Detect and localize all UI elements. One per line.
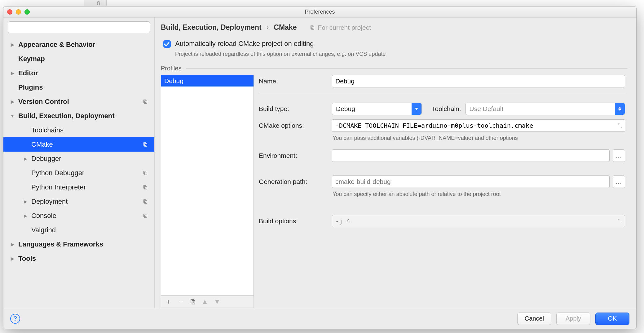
profile-list[interactable]: Debug [161,75,254,295]
project-scope-icon [310,25,315,30]
generation-path-label: Generation path: [259,178,330,185]
svg-rect-17 [192,300,195,304]
chevron-down-icon [412,103,421,115]
cmake-options-hint: You can pass additional variables (-DVAR… [333,135,625,141]
sidebar-item-label: Languages & Frameworks [18,240,103,248]
environment-browse-button[interactable]: ... [613,149,625,162]
crumb-separator-icon: › [267,23,269,32]
build-options-label: Build options: [259,217,330,225]
build-type-select[interactable]: Debug [332,103,422,115]
search-input[interactable] [8,21,150,33]
sidebar-item-label: Console [31,212,56,220]
crumb-leaf: CMake [274,23,297,32]
name-label: Name: [259,78,330,85]
project-scope-icon [143,99,148,104]
generation-path-browse-button[interactable]: ... [613,175,625,188]
expand-icon[interactable] [618,123,623,128]
profile-item[interactable]: Debug [161,75,254,87]
sidebar-item-label: Python Interpreter [31,183,86,191]
project-scope-icon [143,199,148,204]
name-input[interactable] [332,75,625,87]
expand-arrow-icon: ▶ [10,242,15,247]
project-scope-icon [143,170,148,176]
copy-profile-button[interactable] [190,299,196,305]
sidebar-item-valgrind[interactable]: Valgrind [3,223,154,237]
chevron-updown-icon [615,103,625,115]
crumb-root: Build, Execution, Deployment [161,23,262,32]
cmake-options-label: CMake options: [259,122,330,129]
sidebar-item-label: Tools [18,255,36,263]
expand-arrow-icon: ▼ [10,113,15,118]
sidebar-item-label: Python Debugger [31,169,84,177]
sidebar-item-editor[interactable]: ▶Editor [3,66,154,80]
main-panel: Build, Execution, Deployment › CMake For… [155,18,636,308]
expand-icon[interactable] [618,219,623,224]
sidebar-item-label: Valgrind [31,226,56,234]
auto-reload-label: Automatically reload CMake project on ed… [175,40,314,48]
generation-path-input[interactable] [332,175,610,188]
expand-arrow-icon: ▶ [10,256,15,261]
sidebar-item-build-execution-deployment[interactable]: ▼Build, Execution, Deployment [3,109,154,123]
cmake-options-input[interactable] [332,119,625,132]
sidebar-item-label: Appearance & Behavior [18,41,95,49]
toolchain-label: Toolchain: [432,105,461,113]
sidebar-item-label: CMake [31,140,53,149]
settings-tree: ▶Appearance & BehaviorKeymap▶EditorPlugi… [3,36,154,308]
auto-reload-checkbox[interactable] [163,40,171,48]
environment-input[interactable] [332,149,610,162]
expand-arrow-icon: ▶ [10,99,15,104]
sidebar-item-label: Version Control [18,98,69,106]
profiles-header: Profiles [161,65,628,72]
add-profile-button[interactable]: ＋ [165,297,172,306]
preferences-dialog: Preferences ▶Appearance & BehaviorKeymap… [3,6,637,329]
sidebar-item-label: Plugins [18,83,43,91]
sidebar-item-debugger[interactable]: ▶Debugger [3,152,154,166]
sidebar-item-label: Editor [18,69,38,77]
profile-form: Name: Build type: Debug Toolchain: [259,75,628,308]
sidebar-item-label: Deployment [31,198,68,206]
environment-label: Environment: [259,152,330,159]
dialog-footer: ? Cancel Apply OK [3,308,636,329]
scope-label: For current project [310,24,371,31]
apply-button[interactable]: Apply [556,313,590,325]
sidebar-item-label: Keymap [18,55,45,63]
sidebar-item-cmake[interactable]: CMake [3,137,154,152]
titlebar: Preferences [3,7,636,18]
sidebar-item-tools[interactable]: ▶Tools [3,251,154,266]
profile-list-panel: Debug ＋ － ▲ ▼ [161,75,254,308]
sidebar: ▶Appearance & BehaviorKeymap▶EditorPlugi… [3,18,155,308]
build-options-input[interactable] [332,215,625,227]
expand-arrow-icon: ▶ [23,199,28,204]
project-scope-icon [143,142,148,147]
expand-arrow-icon: ▶ [23,156,28,161]
move-up-button[interactable]: ▲ [201,298,208,306]
move-down-button[interactable]: ▼ [214,298,221,306]
project-scope-icon [143,213,148,219]
toolchain-select[interactable]: Use Default [465,103,625,115]
sidebar-item-deployment[interactable]: ▶Deployment [3,194,154,209]
sidebar-item-python-interpreter[interactable]: Python Interpreter [3,180,154,194]
sidebar-item-plugins[interactable]: Plugins [3,80,154,95]
help-button[interactable]: ? [10,314,20,324]
svg-rect-16 [191,299,194,303]
sidebar-item-keymap[interactable]: Keymap [3,52,154,66]
sidebar-item-console[interactable]: ▶Console [3,209,154,223]
build-type-label: Build type: [259,105,330,113]
remove-profile-button[interactable]: － [177,297,184,306]
sidebar-item-label: Toolchains [31,126,64,134]
expand-arrow-icon: ▶ [23,213,28,218]
sidebar-item-python-debugger[interactable]: Python Debugger [3,166,154,180]
generation-path-hint: You can specify either an absolute path … [333,191,625,198]
project-scope-icon [143,184,148,190]
cancel-button[interactable]: Cancel [517,313,551,325]
auto-reload-help: Project is reloaded regardless of this o… [175,51,628,57]
sidebar-item-version-control[interactable]: ▶Version Control [3,95,154,109]
expand-arrow-icon: ▶ [10,42,15,47]
sidebar-item-languages-frameworks[interactable]: ▶Languages & Frameworks [3,237,154,251]
sidebar-item-toolchains[interactable]: Toolchains [3,123,154,137]
expand-arrow-icon: ▶ [10,71,15,76]
profile-toolbar: ＋ － ▲ ▼ [161,295,254,308]
sidebar-item-appearance-behavior[interactable]: ▶Appearance & Behavior [3,38,154,52]
ok-button[interactable]: OK [595,313,629,325]
window-title: Preferences [3,9,636,15]
